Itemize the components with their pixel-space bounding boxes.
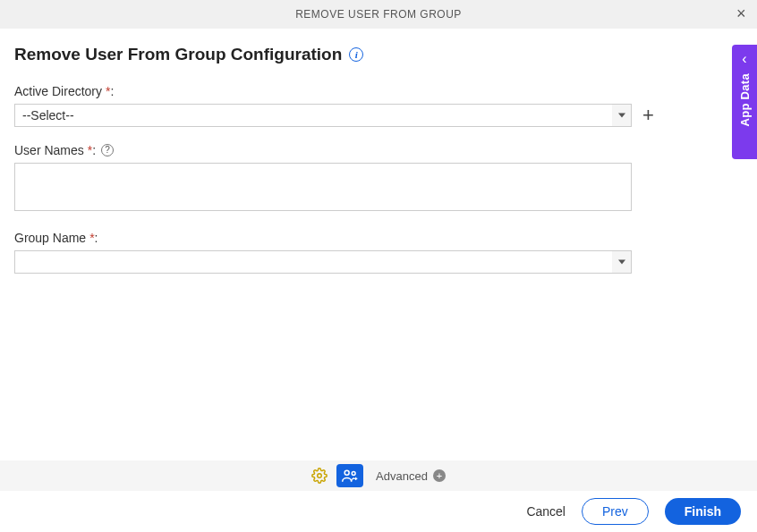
finish-button[interactable]: Finish [665,498,741,525]
chevron-left-icon: ‹ [742,52,746,66]
help-icon[interactable]: ? [101,144,114,156]
active-directory-input[interactable] [14,104,632,127]
group-name-select-row [14,250,743,274]
cancel-button[interactable]: Cancel [526,504,566,519]
colon: : [92,143,96,157]
chevron-down-icon[interactable] [612,250,632,274]
info-icon[interactable]: i [349,47,363,62]
close-icon[interactable]: × [736,5,746,21]
page-title: Remove User From Group Configuration [14,45,342,64]
active-directory-select-row: + [14,104,743,127]
colon: : [95,231,98,245]
colon: : [110,84,114,98]
add-directory-button[interactable]: + [642,106,654,125]
active-directory-label-row: Active Directory *: [14,84,743,98]
advanced-toggle[interactable]: Advanced + [376,469,446,483]
plus-circle-icon: + [433,469,446,482]
group-name-select[interactable] [14,250,632,274]
svg-point-2 [352,472,355,476]
app-data-tab[interactable]: ‹ App Data [732,45,757,159]
field-group-name: Group Name *: [14,231,743,274]
advanced-label: Advanced [376,469,428,483]
group-name-label: Group Name [14,231,86,245]
bottom-bar: Advanced + [0,460,757,491]
group-name-input[interactable] [14,250,632,274]
active-directory-label: Active Directory [14,84,102,98]
page-title-row: Remove User From Group Configuration i [14,45,743,64]
gear-icon[interactable] [311,468,327,484]
user-names-input[interactable] [14,163,632,211]
svg-point-0 [318,474,322,478]
field-user-names: User Names *: ? [14,143,743,215]
dialog-title: REMOVE USER FROM GROUP [295,8,462,21]
users-icon[interactable] [336,464,363,487]
dialog-content: Remove User From Group Configuration i A… [0,29,757,274]
svg-point-1 [344,470,349,475]
user-names-label-row: User Names *: ? [14,143,743,157]
app-data-label: App Data [738,73,752,126]
field-active-directory: Active Directory *: + [14,84,743,127]
user-names-label: User Names [14,143,84,157]
prev-button[interactable]: Prev [582,498,649,525]
active-directory-select[interactable] [14,104,632,127]
chevron-down-icon[interactable] [612,104,632,127]
dialog-header: REMOVE USER FROM GROUP × [0,0,757,29]
group-name-label-row: Group Name *: [14,231,743,245]
dialog-footer: Cancel Prev Finish [0,491,757,532]
